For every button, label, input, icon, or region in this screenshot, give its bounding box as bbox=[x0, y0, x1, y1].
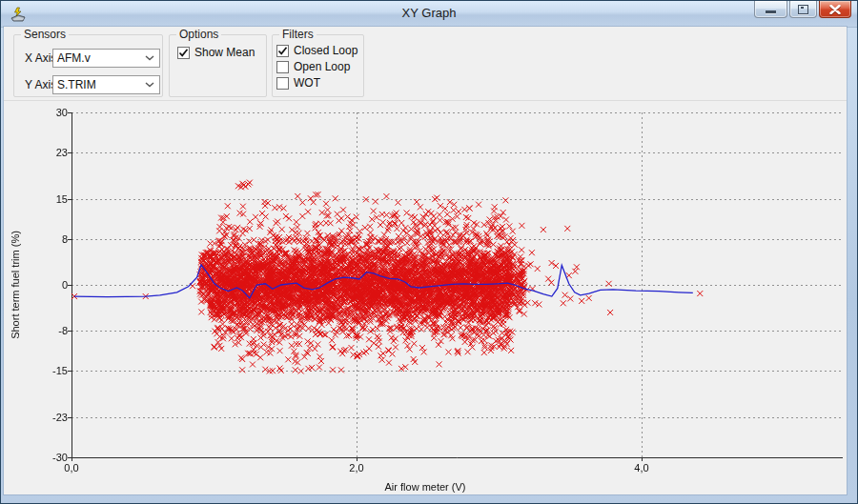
filters-group-title: Filters bbox=[279, 28, 317, 41]
window-title: XY Graph bbox=[1, 6, 857, 20]
xy-graph-window: XY Graph Sensors X Axis AFM.v bbox=[0, 0, 858, 504]
x-tick-label: 4,0 bbox=[623, 461, 661, 474]
checkbox-wot[interactable]: WOT bbox=[276, 76, 320, 90]
checkbox-open-loop[interactable]: Open Loop bbox=[276, 60, 350, 73]
x-tick-label: 2,0 bbox=[337, 461, 376, 474]
y-axis-title: Short term fuel trim (%) bbox=[10, 112, 23, 457]
y-tick-label: -15 bbox=[37, 364, 68, 377]
checkbox-box bbox=[276, 77, 289, 90]
checkbox-box bbox=[276, 61, 289, 73]
x-axis-select[interactable]: AFM.v bbox=[52, 49, 160, 68]
y-tick-label: -23 bbox=[37, 411, 68, 424]
options-group-title: Options bbox=[176, 28, 221, 41]
y-tick-label: 8 bbox=[37, 232, 68, 246]
x-tick-label: 0,0 bbox=[52, 461, 91, 474]
checkbox-closed-loop[interactable]: Closed Loop bbox=[276, 44, 358, 57]
checkbox-label: Open Loop bbox=[294, 60, 350, 73]
xy-plot: Air flow meter (V) Short term fuel trim … bbox=[4, 101, 847, 494]
check-icon bbox=[178, 48, 189, 58]
x-axis-title: Air flow meter (V) bbox=[4, 481, 847, 493]
title-bar[interactable]: XY Graph bbox=[1, 1, 857, 28]
y-tick-label: 0 bbox=[37, 278, 68, 292]
close-icon bbox=[829, 5, 841, 14]
chevron-down-icon bbox=[145, 82, 154, 88]
sensors-group: Sensors X Axis AFM.v Y Axis S.TRIM bbox=[13, 34, 163, 97]
checkbox-show-mean[interactable]: Show Mean bbox=[177, 46, 255, 59]
maximize-button[interactable] bbox=[789, 1, 817, 18]
y-tick-label: 30 bbox=[37, 106, 68, 119]
y-axis-selected-value: S.TRIM bbox=[53, 78, 145, 91]
options-group: Options Show Mean bbox=[169, 34, 267, 97]
sensors-group-title: Sensors bbox=[21, 28, 69, 41]
x-axis-selected-value: AFM.v bbox=[53, 51, 145, 65]
close-button[interactable] bbox=[819, 1, 851, 18]
filters-group: Filters Closed Loop Open Loop bbox=[272, 34, 364, 97]
client-area: Sensors X Axis AFM.v Y Axis S.TRIM bbox=[4, 27, 847, 494]
y-tick-label: 15 bbox=[37, 192, 68, 206]
xy-plot-canvas bbox=[4, 101, 847, 494]
checkbox-label: WOT bbox=[294, 76, 320, 90]
minimize-icon bbox=[766, 10, 776, 13]
y-axis-select[interactable]: S.TRIM bbox=[52, 75, 160, 94]
minimize-button[interactable] bbox=[754, 1, 787, 18]
checkbox-label: Show Mean bbox=[194, 46, 255, 59]
check-icon bbox=[277, 46, 288, 56]
y-tick-label: 23 bbox=[37, 146, 68, 159]
checkbox-box bbox=[276, 45, 289, 57]
maximize-icon bbox=[798, 5, 808, 14]
checkbox-box bbox=[177, 47, 190, 59]
chevron-down-icon bbox=[145, 55, 154, 61]
checkbox-label: Closed Loop bbox=[294, 44, 358, 57]
y-tick-label: -8 bbox=[37, 324, 68, 337]
